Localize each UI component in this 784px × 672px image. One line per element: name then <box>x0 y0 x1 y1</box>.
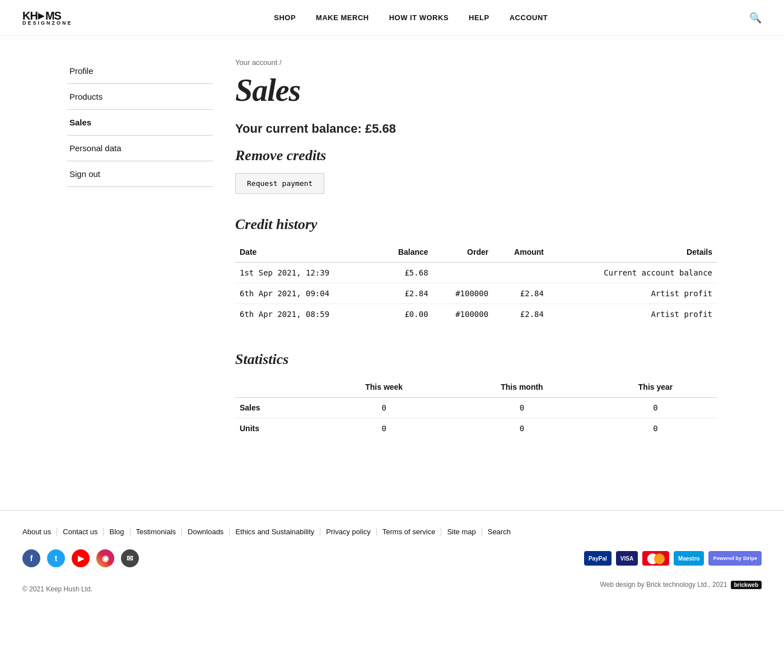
footer-link-testimonials[interactable]: Testimonials <box>130 528 183 536</box>
payment-stripe: Powered by Stripe <box>708 551 762 566</box>
cell-date: 6th Apr 2021, 08:59 <box>235 304 377 325</box>
col-details: Details <box>548 242 717 263</box>
stats-sales-year: 0 <box>594 398 717 418</box>
nav-account[interactable]: ACCOUNT <box>510 13 548 22</box>
cell-details: Artist profit <box>548 283 717 304</box>
stats-label-units: Units <box>235 418 319 439</box>
web-design-text: Web design by Brick technology Ltd., 202… <box>600 581 727 589</box>
stats-col-month: This month <box>450 377 594 398</box>
remove-credits-title: Remove credits <box>235 147 717 164</box>
cell-date: 6th Apr 2021, 09:04 <box>235 283 377 304</box>
cell-amount: £2.84 <box>493 304 548 325</box>
sidebar-link-personal-data[interactable]: Personal data <box>67 136 213 161</box>
stats-col-week: This week <box>319 377 450 398</box>
breadcrumb-separator: / <box>279 58 282 67</box>
cell-amount: £2.84 <box>493 283 548 304</box>
sidebar-link-profile[interactable]: Profile <box>67 58 213 83</box>
main-nav: SHOP MAKE MERCH HOW IT WORKS HELP ACCOUN… <box>274 13 548 22</box>
stats-units-year: 0 <box>594 418 717 439</box>
stats-units-week: 0 <box>319 418 450 439</box>
footer: About us Contact us Blog Testimonials Do… <box>0 510 784 604</box>
cell-balance: £5.68 <box>377 263 433 283</box>
footer-link-blog[interactable]: Blog <box>104 528 130 536</box>
social-facebook[interactable]: f <box>22 549 40 567</box>
footer-link-ethics[interactable]: Ethics and Sustainability <box>230 528 320 536</box>
stats-header: This week This month This year <box>235 377 717 398</box>
col-amount: Amount <box>493 242 548 263</box>
footer-link-privacy[interactable]: Privacy policy <box>320 528 376 536</box>
col-date: Date <box>235 242 377 263</box>
social-twitter[interactable]: t <box>47 549 65 567</box>
stats-units-month: 0 <box>450 418 594 439</box>
logo-kh: KH <box>22 10 38 21</box>
footer-link-search[interactable]: Search <box>482 528 516 536</box>
sidebar-link-sales[interactable]: Sales <box>67 110 213 135</box>
sidebar-item-sales[interactable]: Sales <box>67 110 213 136</box>
sidebar-item-profile[interactable]: Profile <box>67 58 213 84</box>
nav-help[interactable]: HELP <box>469 13 489 22</box>
stats-sales-month: 0 <box>450 398 594 418</box>
col-balance: Balance <box>377 242 433 263</box>
payment-paypal: PayPal <box>584 551 612 566</box>
sidebar-item-sign-out[interactable]: Sign out <box>67 161 213 187</box>
table-row: 6th Apr 2021, 08:59 £0.00 #100000 £2.84 … <box>235 304 717 325</box>
payment-maestro: Maestro <box>674 551 704 566</box>
stats-label-sales: Sales <box>235 398 319 418</box>
logo-sub: DESIGNZONE <box>22 20 73 26</box>
table-row: Units 0 0 0 <box>235 418 717 439</box>
statistics-title: Statistics <box>235 351 717 368</box>
cell-balance: £0.00 <box>377 304 433 325</box>
social-instagram[interactable]: ◉ <box>96 549 114 567</box>
breadcrumb: Your account / <box>235 58 717 67</box>
table-row: 1st Sep 2021, 12:39 £5.68 Current accoun… <box>235 263 717 283</box>
credit-history-header: Date Balance Order Amount Details <box>235 242 717 263</box>
stats-sales-week: 0 <box>319 398 450 418</box>
payment-icons: PayPal VISA ⬤⬤ Maestro Powered by Stripe <box>584 551 762 566</box>
sidebar-item-products[interactable]: Products <box>67 84 213 110</box>
breadcrumb-account[interactable]: Your account <box>235 58 277 67</box>
sidebar-link-products[interactable]: Products <box>67 84 213 109</box>
table-row: 6th Apr 2021, 09:04 £2.84 #100000 £2.84 … <box>235 283 717 304</box>
stats-col-label <box>235 377 319 398</box>
footer-copyright: © 2021 Keep Hush Ltd. <box>22 585 92 593</box>
footer-bottom: f t ▶ ◉ ✉ PayPal VISA ⬤⬤ Maestro Powered… <box>22 549 762 567</box>
footer-link-contact[interactable]: Contact us <box>57 528 104 536</box>
credit-history-table: Date Balance Order Amount Details 1st Se… <box>235 242 717 324</box>
credit-history-section: Credit history Date Balance Order Amount… <box>235 216 717 324</box>
cell-order: #100000 <box>433 304 493 325</box>
footer-link-downloads[interactable]: Downloads <box>182 528 230 536</box>
cell-balance: £2.84 <box>377 283 433 304</box>
col-order: Order <box>433 242 493 263</box>
social-youtube[interactable]: ▶ <box>72 549 90 567</box>
nav-shop[interactable]: SHOP <box>274 13 296 22</box>
sidebar: Profile Products Sales Personal data Sig… <box>67 58 213 465</box>
footer-link-sitemap[interactable]: Site map <box>441 528 482 536</box>
nav-make-merch[interactable]: MAKE MERCH <box>316 13 369 22</box>
nav-how-it-works[interactable]: HOW IT WORKS <box>389 13 449 22</box>
logo-ms: MS <box>45 10 61 21</box>
sidebar-link-sign-out[interactable]: Sign out <box>67 161 213 186</box>
stats-col-year: This year <box>594 377 717 398</box>
footer-link-about[interactable]: About us <box>22 528 57 536</box>
request-payment-button[interactable]: Request payment <box>235 173 324 194</box>
site-logo: KH ▶ MS DESIGNZONE <box>22 10 73 26</box>
brickweb-link[interactable]: Web design by Brick technology Ltd., 202… <box>600 581 762 589</box>
footer-link-terms[interactable]: Terms of service <box>377 528 442 536</box>
sidebar-item-personal-data[interactable]: Personal data <box>67 136 213 161</box>
payment-mastercard: ⬤⬤ <box>642 551 669 566</box>
social-email[interactable]: ✉ <box>121 549 139 567</box>
cell-details: Current account balance <box>548 263 717 283</box>
footer-links: About us Contact us Blog Testimonials Do… <box>22 528 762 536</box>
payment-visa: VISA <box>616 551 638 566</box>
credit-history-title: Credit history <box>235 216 717 233</box>
table-row: Sales 0 0 0 <box>235 398 717 418</box>
cell-order <box>433 263 493 283</box>
logo-arrow: ▶ <box>38 12 45 20</box>
cell-amount <box>493 263 548 283</box>
social-icons: f t ▶ ◉ ✉ <box>22 549 139 567</box>
cell-date: 1st Sep 2021, 12:39 <box>235 263 377 283</box>
cell-order: #100000 <box>433 283 493 304</box>
header-search-button[interactable]: 🔍 <box>749 12 762 24</box>
statistics-section: Statistics This week This month This yea… <box>235 351 717 438</box>
balance-value: £5.68 <box>365 122 396 136</box>
